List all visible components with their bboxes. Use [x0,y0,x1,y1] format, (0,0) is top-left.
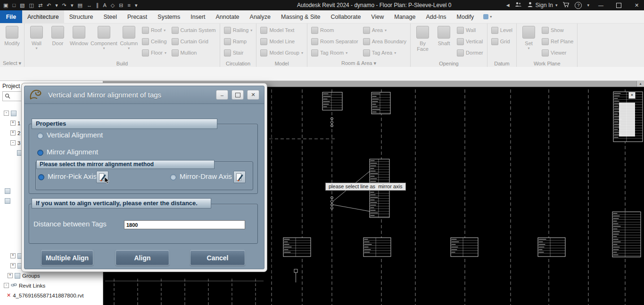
undo-icon[interactable]: ↶ [47,3,51,8]
roof-button[interactable]: Roof▾ [140,24,168,36]
sign-in-button[interactable]: Sign In ▾ [527,1,558,9]
tab-view[interactable]: View [366,10,389,23]
dormer-button[interactable]: Dormer [455,47,485,58]
stair-button[interactable]: Stair [223,47,254,58]
dialog-maximize-button[interactable] [231,90,244,100]
redo-dropdown-icon[interactable]: ▾ [71,3,74,8]
viewer-button[interactable]: Viewer [540,47,575,58]
window-button[interactable]: Window [68,24,90,50]
tab-add-ins[interactable]: Add-Ins [421,10,451,23]
mullion-button[interactable]: Mullion [170,47,217,58]
component-button[interactable]: Component▾ [90,24,118,50]
tab-precast[interactable]: Precast [122,10,152,23]
shaft-button[interactable]: Shaft [433,24,454,52]
tab-annotate[interactable]: Annotate [211,10,245,23]
expander-icon[interactable]: + [10,263,16,268]
level-button[interactable]: Level [490,24,514,36]
panel-label-select[interactable]: Select ▾ [0,60,24,66]
default-3d-view-icon[interactable]: ◇ [111,3,115,8]
model-group-button[interactable]: Model Group▾ [259,47,305,58]
panel-label-circulation[interactable]: Circulation [220,61,256,66]
wall-button[interactable]: Wall▾ [26,24,47,50]
ribbon-display-options[interactable]: ▾ [479,10,496,23]
view-close-button[interactable]: ✕ [628,92,636,99]
railing-button[interactable]: Railing▾ [223,24,254,36]
open-file-icon[interactable]: ▧ [20,3,25,8]
wall-button[interactable]: Wall [455,24,485,36]
model-text-button[interactable]: Model Text [259,24,305,36]
tab-structure[interactable]: Structure [64,10,99,23]
panel-label-room-area[interactable]: Room & Area ▾ [307,60,410,66]
room-separator-button[interactable]: Room Separator [310,36,360,47]
vertical-button[interactable]: Vertical [455,36,485,47]
modify-button[interactable]: Modify [1,24,23,46]
community-icon[interactable] [515,1,522,9]
floor-button[interactable]: Floor▾ [140,47,168,58]
mirror-draw-axis-button[interactable] [233,171,246,183]
tree-item-revit-links[interactable]: -Revit Links [0,281,103,290]
set-button[interactable]: Set▾ [518,24,539,50]
tag-area-button[interactable]: Tag Area▾ [362,47,408,58]
section-icon[interactable]: ⊟ [119,3,123,8]
qat-customize-icon[interactable]: ▾ [135,3,138,8]
undo-dropdown-icon[interactable]: ▾ [55,3,58,8]
expander-icon[interactable]: - [4,111,9,116]
room-button[interactable]: Room [310,24,360,36]
tab-analyze[interactable]: Analyze [245,10,276,23]
panel-label-model[interactable]: Model [256,61,307,66]
measure-icon[interactable]: ↔ [87,3,92,8]
panel-label-build[interactable]: Build [25,61,220,66]
expander-icon[interactable]: - [10,140,16,145]
tree-item-4-5769165587141887800-rvt[interactable]: ✕4_5769165587141887800.rvt [0,290,103,300]
show-button[interactable]: Show [540,24,575,36]
multiple-align-button[interactable]: Multiple Align [41,250,93,265]
panel-label-work-plane[interactable]: Work Plane [517,61,577,66]
file-tab[interactable]: File [0,10,22,23]
tab-collaborate[interactable]: Collaborate [325,10,366,23]
model-line-button[interactable]: Model Line [259,36,305,47]
curtain-system-button[interactable]: Curtain System [170,24,217,36]
grid-button[interactable]: Grid [490,36,514,47]
tab-massing-site[interactable]: Massing & Site [276,10,325,23]
curtain-grid-button[interactable]: Curtain Grid [170,36,217,47]
aligned-dimension-icon[interactable]: ∥ [96,3,99,8]
dialog-close-button[interactable]: ✕ [247,90,259,100]
dialog-titlebar[interactable]: Vertical and Mirror alignment of tags – … [25,86,264,104]
tab-architecture[interactable]: Architecture [22,10,64,23]
mirror-pick-axis-radio[interactable] [38,174,44,180]
panel-collapse-icon[interactable]: ◀ [506,3,510,8]
vertical-alignment-radio[interactable] [37,133,43,139]
expander-icon[interactable]: + [8,273,13,278]
cancel-button[interactable]: Cancel [190,250,245,265]
mirror-pick-axis-button[interactable] [96,171,108,183]
store-cart-icon[interactable] [562,1,570,9]
by-face-button[interactable]: By Face [412,24,433,52]
thin-lines-icon[interactable]: ≡ [128,3,131,8]
tag-room-button[interactable]: Tag Room▾ [310,47,360,58]
minimize-button[interactable]: — [594,0,607,10]
panel-label-datum[interactable]: Datum [487,61,516,66]
scroll-up-icon[interactable]: ▴ [636,81,644,87]
expander-icon[interactable]: + [10,253,16,258]
print-icon[interactable]: ▤ [78,3,83,8]
help-icon[interactable]: ? [575,2,582,9]
area-boundary-button[interactable]: Area Boundary [362,36,408,47]
tab-modify[interactable]: Modify [452,10,479,23]
distance-input[interactable] [124,220,245,229]
column-button[interactable]: Column▾ [118,24,140,50]
tree-item-groups[interactable]: +Groups [0,271,103,281]
expander-icon[interactable]: + [10,120,16,126]
tab-insert[interactable]: Insert [185,10,210,23]
door-button[interactable]: Door [47,24,68,50]
mirror-draw-axis-radio[interactable] [170,174,176,180]
save-icon[interactable]: ◫ [29,3,33,8]
text-icon[interactable]: A [103,3,107,8]
maximize-button[interactable] [612,0,625,10]
redo-icon[interactable]: ↷ [62,3,66,8]
revit-menu-icon[interactable]: ▣ [3,3,8,8]
align-button[interactable]: Align [116,250,169,265]
area-button[interactable]: Area▾ [362,24,408,36]
dialog-minimize-button[interactable]: – [216,90,228,100]
panel-label-opening[interactable]: Opening [411,61,487,66]
tab-systems[interactable]: Systems [152,10,185,23]
